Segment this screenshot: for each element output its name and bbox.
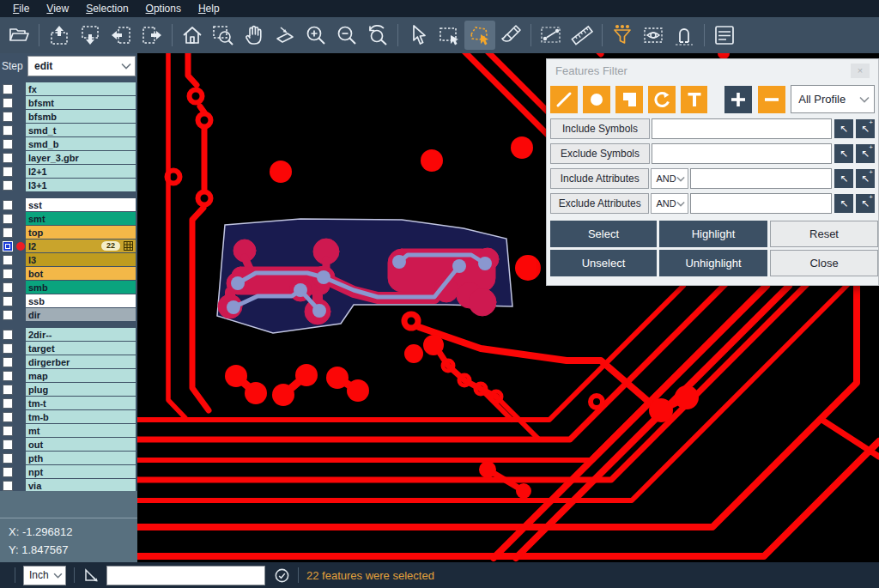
filter-funnel-icon[interactable] <box>607 21 638 50</box>
home-icon[interactable] <box>177 21 208 50</box>
selection-region[interactable] <box>217 219 512 333</box>
layer-visibility-checkbox[interactable] <box>3 269 13 279</box>
highlight-button[interactable]: Highlight <box>659 221 767 247</box>
surface-icon[interactable] <box>615 86 643 113</box>
layer-row[interactable]: ssb <box>0 294 137 307</box>
layer-row[interactable]: smb <box>0 281 137 294</box>
pan-left-icon[interactable] <box>106 21 136 50</box>
pick-add-attribute-button[interactable]: ↖+ <box>856 169 875 188</box>
pan-hand-icon[interactable] <box>239 21 270 50</box>
layer-row[interactable]: smd_b <box>0 137 137 150</box>
layer-visibility-checkbox[interactable] <box>3 296 13 306</box>
unhighlight-button[interactable]: Unhighlight <box>659 250 767 276</box>
pan-down-icon[interactable] <box>75 21 106 50</box>
ruler-icon[interactable] <box>567 21 597 50</box>
view-area-icon[interactable] <box>638 21 669 50</box>
layer-row[interactable]: dir <box>0 308 137 321</box>
grid-icon[interactable] <box>124 241 133 251</box>
layer-row[interactable]: target <box>0 342 137 355</box>
text-icon[interactable] <box>681 86 708 113</box>
select-button[interactable]: Select <box>550 221 657 247</box>
layer-row[interactable]: map <box>0 369 137 382</box>
layer-row[interactable]: smt <box>0 212 137 225</box>
layer-row[interactable]: l3+1 <box>0 179 137 191</box>
layer-visibility-checkbox[interactable] <box>3 343 13 354</box>
exclude-attributes-operator[interactable]: AND <box>651 193 688 214</box>
layer-visibility-checkbox[interactable] <box>3 385 13 395</box>
exclude-symbols-button[interactable]: Exclude Symbols <box>550 143 650 164</box>
pick-symbol-button[interactable]: ↖ <box>834 144 853 163</box>
layer-row[interactable]: fx <box>0 82 137 95</box>
layer-visibility-checkbox[interactable] <box>3 214 13 224</box>
layer-visibility-checkbox[interactable] <box>3 412 13 422</box>
layer-row[interactable]: l3 <box>0 253 137 266</box>
dialog-titlebar[interactable]: Features Filter × <box>547 59 878 82</box>
layer-visibility-checkbox[interactable] <box>3 357 13 367</box>
include-attributes-operator[interactable]: AND <box>651 168 688 189</box>
zoom-in-icon[interactable] <box>300 21 331 50</box>
layer-visibility-checkbox[interactable] <box>3 255 13 265</box>
close-icon[interactable]: × <box>851 64 870 78</box>
include-attributes-input[interactable] <box>690 168 832 189</box>
menu-selection[interactable]: Selection <box>78 1 136 16</box>
layer-row[interactable]: bfsmb <box>0 110 137 123</box>
pick-attribute-button[interactable]: ↖ <box>834 194 853 213</box>
pan-right-icon[interactable] <box>136 21 167 50</box>
layer-visibility-checkbox[interactable] <box>3 200 13 210</box>
include-attributes-button[interactable]: Include Attributes <box>550 168 649 189</box>
layer-row[interactable]: layer_3.gbr <box>0 151 137 164</box>
pick-add-symbol-button[interactable]: ↖+ <box>856 144 875 163</box>
layer-row[interactable]: top <box>0 226 137 239</box>
add-icon[interactable] <box>724 86 752 113</box>
menu-file[interactable]: File <box>5 1 37 16</box>
angle-snap-icon[interactable] <box>82 567 100 584</box>
unselect-button[interactable]: Unselect <box>550 250 657 276</box>
menu-options[interactable]: Options <box>138 1 189 16</box>
pad-icon[interactable] <box>583 86 610 113</box>
layer-row[interactable]: via <box>0 479 137 492</box>
close-button[interactable]: Close <box>770 250 878 276</box>
pick-symbol-button[interactable]: ↖ <box>834 119 853 138</box>
layer-row[interactable]: bot <box>0 267 137 280</box>
layer-row[interactable]: tm-b <box>0 410 137 423</box>
layer-visibility-checkbox[interactable] <box>3 439 13 450</box>
layer-visibility-checkbox[interactable] <box>3 84 13 94</box>
brush-icon[interactable] <box>495 21 526 50</box>
layer-row[interactable]: tm-t <box>0 397 137 409</box>
zoom-out-icon[interactable] <box>331 21 362 50</box>
remove-icon[interactable] <box>758 86 785 113</box>
sync-icon[interactable] <box>274 567 290 584</box>
layer-row[interactable]: smd_t <box>0 124 137 136</box>
layer-visibility-checkbox[interactable] <box>3 98 13 108</box>
layer-visibility-checkbox[interactable] <box>3 330 13 340</box>
exclude-attributes-input[interactable] <box>690 193 832 214</box>
zoom-window-icon[interactable] <box>208 21 239 50</box>
include-symbols-button[interactable]: Include Symbols <box>550 118 650 139</box>
exclude-symbols-input[interactable] <box>652 143 832 164</box>
layer-visibility-checkbox[interactable] <box>3 167 13 177</box>
layer-row[interactable]: out <box>0 438 137 451</box>
include-symbols-input[interactable] <box>652 118 832 139</box>
layer-visibility-checkbox[interactable] <box>3 398 13 409</box>
layer-visibility-checkbox[interactable] <box>3 310 13 320</box>
layer-visibility-checkbox[interactable] <box>3 426 13 436</box>
reset-button[interactable]: Reset <box>770 221 878 247</box>
layer-row[interactable]: 2dir-- <box>0 328 137 341</box>
pick-add-attribute-button[interactable]: ↖+ <box>856 194 875 213</box>
layer-row[interactable]: l2 22 <box>0 239 137 252</box>
layer-visibility-checkbox[interactable] <box>3 112 13 122</box>
unit-dropdown[interactable]: Inch <box>23 566 66 585</box>
command-input[interactable] <box>106 566 265 585</box>
layer-visibility-checkbox[interactable] <box>3 282 13 293</box>
layer-visibility-checkbox[interactable] <box>3 153 13 163</box>
zoom-selection-icon[interactable] <box>270 21 300 50</box>
panel-list-icon[interactable] <box>709 21 740 50</box>
pick-attribute-button[interactable]: ↖ <box>834 169 853 188</box>
layer-visibility-checkbox[interactable] <box>3 227 13 238</box>
layer-row[interactable]: mt <box>0 424 137 437</box>
layer-row[interactable]: pth <box>0 452 137 464</box>
layer-row[interactable]: plug <box>0 383 137 396</box>
exclude-attributes-button[interactable]: Exclude Attributes <box>550 193 649 214</box>
layer-visibility-checkbox[interactable] <box>3 241 13 252</box>
layer-visibility-checkbox[interactable] <box>3 453 13 464</box>
